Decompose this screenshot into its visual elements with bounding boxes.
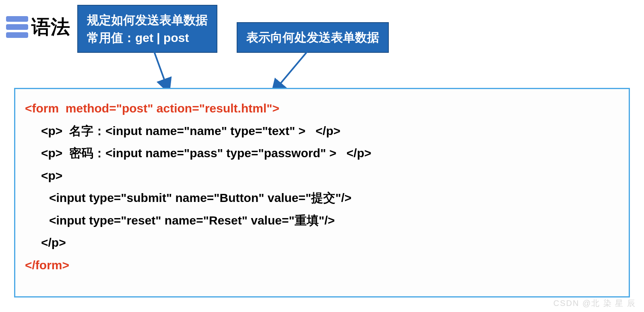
code-line-6: <input type="reset" name="Reset" value="…: [25, 209, 619, 232]
callout-method: 规定如何发送表单数据 常用值：get | post: [77, 5, 217, 53]
svg-line-1: [153, 48, 169, 93]
code-line-1: <form method="post" action="result.html"…: [25, 97, 619, 120]
header: 语法: [6, 14, 70, 40]
code-line-5: <input type="submit" name="Button" value…: [25, 187, 619, 209]
code-line-4: <p>: [25, 164, 619, 187]
code-line-8: </form>: [25, 254, 619, 277]
callout-action: 表示向何处发送表单数据: [237, 22, 389, 53]
watermark: CSDN @北 染 星 辰: [553, 298, 636, 309]
code-line-2: <p> 名字：<input name="name" type="text" > …: [25, 120, 619, 142]
callout-action-text: 表示向何处发送表单数据: [246, 31, 379, 44]
code-box: <form method="post" action="result.html"…: [14, 88, 630, 297]
callout-method-line1: 规定如何发送表单数据: [87, 11, 208, 29]
code-line-3: <p> 密码：<input name="pass" type="password…: [25, 142, 619, 164]
bars-icon: [6, 16, 28, 38]
header-title: 语法: [31, 14, 70, 40]
code-line-7: </p>: [25, 231, 619, 254]
callout-method-line2: 常用值：get | post: [87, 29, 208, 47]
